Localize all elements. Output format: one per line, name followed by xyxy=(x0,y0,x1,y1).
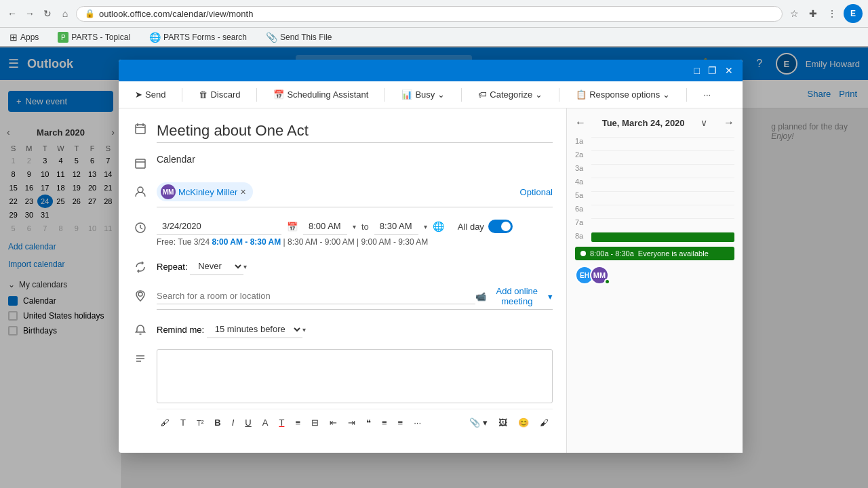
calendar-form-icon xyxy=(132,155,149,171)
attendee-chips-container: MM McKinley Miller × Optional xyxy=(157,182,553,207)
more-options-button[interactable]: ··· xyxy=(698,87,716,102)
reload-button[interactable]: ↻ xyxy=(41,7,54,20)
sched-date-label: Tue, March 24, 2020 xyxy=(602,118,685,128)
repeat-select[interactable]: Never Daily Weekly xyxy=(190,258,243,275)
event-modal: □ ❐ ✕ ➤ Send 🗑 Discard 📅 Scheduling Assi… xyxy=(119,60,743,453)
reminder-select[interactable]: 15 minutes before 30 minutes before 1 ho… xyxy=(207,321,302,338)
allday-toggle: All day xyxy=(458,220,513,233)
bookmark-parts-topical[interactable]: P PARTS - Topical xyxy=(54,30,134,44)
sched-hour-5a: 5a xyxy=(575,191,734,203)
modal-expand-button[interactable]: ❐ xyxy=(704,62,721,79)
more-button[interactable]: ⋮ xyxy=(825,6,840,21)
editor-bold-btn[interactable]: B xyxy=(210,415,224,430)
editor-align-right-btn[interactable]: ≡ xyxy=(394,415,408,430)
end-time-select[interactable]: 8:30 AM 9:00 AM 9:30 AM xyxy=(374,218,418,235)
availability-bar: 8:00a - 8:30a Everyone is available xyxy=(575,247,734,260)
editor-align-left-btn[interactable]: ≡ xyxy=(378,415,391,430)
sched-hour-label: 1a xyxy=(575,137,591,145)
date-input[interactable] xyxy=(157,218,281,235)
attendee-remove-button[interactable]: × xyxy=(240,187,245,197)
sched-hour-label: 8a xyxy=(575,232,591,240)
sched-prev-btn[interactable]: ← xyxy=(575,117,586,129)
repeat-label: Repeat: xyxy=(157,262,188,272)
repeat-icon xyxy=(132,259,149,275)
sched-next-btn[interactable]: → xyxy=(724,117,734,129)
free-time-row: Free: Tue 3/24 8:00 AM - 8:30 AM | 8:30 … xyxy=(157,237,553,247)
editor-more-btn[interactable]: ··· xyxy=(410,415,425,430)
datetime-row: 📅 8:00 AM 8:30 AM 9:00 AM ▾ to 8:30 AM 9… xyxy=(132,218,553,247)
response-options-dropdown[interactable]: 📋 Response options ⌄ xyxy=(570,87,675,102)
forward-button[interactable]: → xyxy=(23,7,37,20)
sched-hour-label: 3a xyxy=(575,164,591,172)
url-text: outlook.office.com/calendar/view/month xyxy=(99,9,774,19)
back-button[interactable]: ← xyxy=(5,7,19,20)
profile-button[interactable]: E xyxy=(844,4,863,23)
categorize-dropdown[interactable]: 🏷 Categorize ⌄ xyxy=(473,87,548,102)
editor-paint-btn[interactable]: 🖌 xyxy=(536,415,553,430)
free-slot1[interactable]: 8:00 AM - 8:30 AM xyxy=(212,237,281,247)
editor-attach-btn[interactable]: 📎 ▾ xyxy=(465,415,492,430)
location-row: 📹 Add online meeting ▾ xyxy=(132,286,553,310)
discard-button[interactable]: 🗑 Discard xyxy=(193,87,245,102)
sched-hour-7a: 7a xyxy=(575,218,734,230)
editor-highlight-btn[interactable]: A xyxy=(258,415,273,430)
toolbar-separator xyxy=(461,88,462,102)
bookmark-parts-forms[interactable]: 🌐 PARTS Forms - search xyxy=(145,30,251,44)
bookmark-send-file[interactable]: 📎 Send This File xyxy=(262,30,336,44)
editor-numbered-btn[interactable]: ⊟ xyxy=(307,415,323,430)
editor-indent-btn[interactable]: ⇤ xyxy=(326,415,341,430)
free-date: Tue 3/24 xyxy=(178,237,210,247)
body-editor[interactable] xyxy=(157,349,553,403)
location-input[interactable] xyxy=(157,288,475,304)
attendee-chip: MM McKinley Miller × xyxy=(157,182,253,201)
modal-minimize-button[interactable]: □ xyxy=(690,62,704,79)
location-content-wrapper: 📹 Add online meeting ▾ xyxy=(157,286,553,310)
free-slot2[interactable]: 8:30 AM - 9:00 AM xyxy=(288,237,355,247)
busy-dropdown[interactable]: 📊 Busy ⌄ xyxy=(396,87,450,102)
chevron-down-icon: ▾ xyxy=(302,326,306,333)
svg-point-10 xyxy=(138,292,142,296)
remind-label: Remind me: xyxy=(157,325,204,335)
editor-font-btn[interactable]: T xyxy=(176,415,190,430)
editor-quote-btn[interactable]: ❝ xyxy=(362,415,375,430)
event-form: Calendar xyxy=(119,108,566,453)
body-icon xyxy=(132,350,149,367)
timezone-icon[interactable]: 🌐 xyxy=(433,221,444,232)
sched-expand-btn[interactable]: ∨ xyxy=(701,117,707,128)
scheduling-sidebar: ← Tue, March 24, 2020 ∨ → 1a 2a xyxy=(566,108,743,453)
editor-bullets-btn[interactable]: ≡ xyxy=(291,415,304,430)
sched-hour-label: 6a xyxy=(575,205,591,213)
category-icon: 🏷 xyxy=(478,89,487,100)
editor-outdent-btn[interactable]: ⇥ xyxy=(344,415,359,430)
bookmark-apps[interactable]: ⊞ Apps xyxy=(5,30,43,44)
meeting-title-input[interactable] xyxy=(157,119,553,143)
start-time-select[interactable]: 8:00 AM 8:30 AM 9:00 AM xyxy=(303,218,347,235)
scheduling-assistant-button[interactable]: 📅 Scheduling Assistant xyxy=(268,87,374,102)
chevron-down-icon: ▾ xyxy=(353,223,356,230)
editor-italic-btn[interactable]: I xyxy=(228,415,239,430)
sched-hour-2a: 2a xyxy=(575,150,734,163)
editor-emoji-btn[interactable]: 😊 xyxy=(514,415,533,430)
repeat-content: Repeat: Never Daily Weekly ▾ xyxy=(157,258,553,275)
extensions-button[interactable]: ✚ xyxy=(806,6,821,21)
editor-underline-btn[interactable]: U xyxy=(241,415,255,430)
modal-close-button[interactable]: ✕ xyxy=(721,62,737,79)
optional-button[interactable]: Optional xyxy=(520,187,553,197)
sched-hour-label: 5a xyxy=(575,191,591,199)
address-bar[interactable]: 🔒 outlook.office.com/calendar/view/month xyxy=(76,6,783,22)
editor-text-color-btn[interactable]: T xyxy=(275,415,288,430)
pin-icon xyxy=(134,289,146,302)
time-separator: to xyxy=(361,222,369,232)
editor-pen-btn[interactable]: 🖋 xyxy=(157,415,174,430)
add-online-meeting-button[interactable]: 📹 Add online meeting ▾ xyxy=(475,286,553,306)
attendee-content: MM McKinley Miller × Optional xyxy=(157,182,553,207)
free-slot3[interactable]: 9:00 AM - 9:30 AM xyxy=(361,237,429,247)
bookmark-star-button[interactable]: ☆ xyxy=(787,6,802,21)
editor-image-btn[interactable]: 🖼 xyxy=(494,415,511,430)
calendar-picker-icon[interactable]: 📅 xyxy=(287,222,298,232)
reminder-row: Remind me: 15 minutes before 30 minutes … xyxy=(132,321,553,338)
allday-switch[interactable] xyxy=(488,220,513,233)
home-button[interactable]: ⌂ xyxy=(58,7,72,20)
send-button[interactable]: ➤ Send xyxy=(130,87,171,102)
editor-font-size-btn[interactable]: T² xyxy=(193,416,208,430)
